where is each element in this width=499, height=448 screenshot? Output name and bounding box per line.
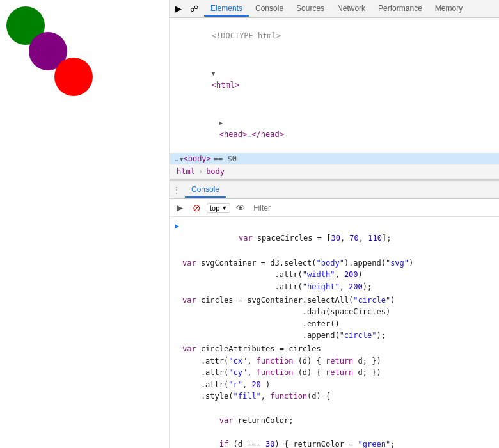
tab-console[interactable]: Console: [249, 1, 290, 17]
triangle-head[interactable]: [219, 116, 223, 129]
tab-console-bottom[interactable]: Console: [185, 182, 226, 198]
preview-svg: [0, 0, 128, 128]
console-code-2: var svgContainer = d3.select("body").app…: [182, 257, 413, 293]
console-line-4: var circleAttributes = circles .attr("cx…: [170, 342, 499, 448]
execute-icon[interactable]: ▶: [173, 202, 186, 214]
console-line-2: var svgContainer = d3.select("body").app…: [170, 257, 499, 294]
triangle-html[interactable]: [212, 67, 215, 79]
breadcrumb-body[interactable]: body: [204, 167, 226, 176]
line-html[interactable]: <html>: [170, 55, 499, 104]
cursor-icon[interactable]: ▶: [172, 3, 185, 15]
line-body[interactable]: … <body> == $0: [170, 153, 499, 164]
devtools-tab-bar: ▶ ☍ Elements Console Sources Network Per…: [170, 0, 499, 18]
console-line-1: ▶ var spaceCircles = [30, 70, 110];: [170, 220, 499, 257]
preview-panel: [0, 0, 170, 448]
breadcrumb-sep: ›: [198, 167, 203, 176]
context-label: top: [210, 204, 219, 212]
tab-performance[interactable]: Performance: [372, 1, 429, 17]
console-line-3: var circles = svgContainer.selectAll("ci…: [170, 294, 499, 342]
console-tab-bar: ⋮ Console: [170, 181, 499, 199]
devtools-panel: ▶ ☍ Elements Console Sources Network Per…: [170, 0, 499, 448]
clear-console-icon[interactable]: ⊘: [190, 202, 203, 214]
tab-sources[interactable]: Sources: [290, 1, 331, 17]
line-doctype[interactable]: <!DOCTYPE html>: [170, 18, 499, 55]
console-code-1: var spaceCircles = [30, 70, 110];: [183, 220, 391, 256]
breadcrumb-bar: html › body: [170, 164, 499, 179]
circle-red: [54, 58, 93, 96]
line-head[interactable]: <head>…</head>: [170, 104, 499, 153]
tab-network[interactable]: Network: [331, 1, 372, 17]
prompt-arrow: ▶: [175, 220, 179, 232]
breadcrumb-html[interactable]: html: [175, 167, 197, 176]
mobile-icon[interactable]: ☍: [187, 3, 200, 15]
tab-elements[interactable]: Elements: [204, 1, 249, 17]
eye-icon[interactable]: 👁: [234, 202, 247, 214]
context-selector[interactable]: top ▼: [207, 203, 230, 213]
main-area: ▶ ☍ Elements Console Sources Network Per…: [0, 0, 499, 448]
console-code-3: var circles = svgContainer.selectAll("ci…: [182, 294, 395, 342]
console-toolbar: ▶ ⊘ top ▼ 👁: [170, 199, 499, 217]
tab-memory[interactable]: Memory: [429, 1, 469, 17]
drag-handle[interactable]: ⋮: [172, 185, 181, 195]
console-output: ▶ var spaceCircles = [30, 70, 110]; var …: [170, 217, 499, 448]
console-section: ⋮ Console ▶ ⊘ top ▼ 👁 ▶ var space: [170, 179, 499, 448]
console-code-4: var circleAttributes = circles .attr("cx…: [182, 343, 432, 448]
devtools-icons: ▶ ☍: [172, 3, 200, 15]
elements-panel: <!DOCTYPE html> <html> <head>…</head> … …: [170, 18, 499, 164]
chevron-down-icon: ▼: [221, 205, 227, 211]
filter-input[interactable]: [251, 204, 495, 212]
